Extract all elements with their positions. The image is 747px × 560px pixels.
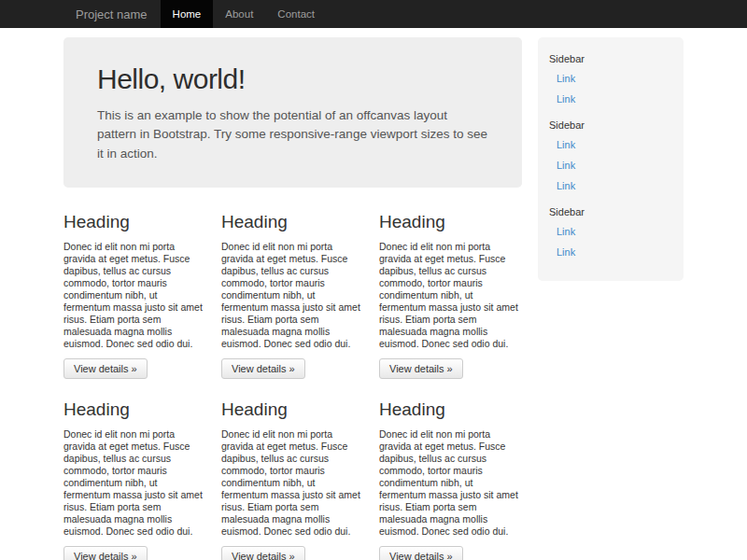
sidebar-link[interactable]: Link (538, 68, 684, 89)
sidebar-heading: Sidebar (538, 115, 684, 134)
card-body-text: Donec id elit non mi porta gravida at eg… (63, 428, 206, 538)
jumbotron-text: This is an example to show the potential… (97, 106, 488, 163)
nav-item-contact[interactable]: Contact (265, 0, 327, 28)
card-heading: Heading (221, 212, 364, 232)
main-content: Hello, world! This is an example to show… (63, 37, 522, 560)
view-details-button[interactable]: View details » (379, 358, 463, 379)
card-heading: Heading (379, 212, 522, 232)
card-heading: Heading (221, 399, 364, 420)
sidebar-link[interactable]: Link (538, 221, 684, 242)
card-heading: Heading (63, 212, 206, 232)
card-heading: Heading (379, 399, 522, 420)
content-card: Heading Donec id elit non mi porta gravi… (221, 394, 364, 560)
content-card: Heading Donec id elit non mi porta gravi… (379, 394, 522, 560)
sidebar-heading: Sidebar (538, 202, 684, 221)
jumbotron: Hello, world! This is an example to show… (63, 37, 522, 188)
card-body-text: Donec id elit non mi porta gravida at eg… (221, 428, 364, 538)
nav-item-about[interactable]: About (213, 0, 265, 28)
card-body-text: Donec id elit non mi porta gravida at eg… (221, 241, 364, 350)
card-body-text: Donec id elit non mi porta gravida at eg… (379, 241, 522, 350)
sidebar-link[interactable]: Link (538, 242, 684, 262)
sidebar-link[interactable]: Link (538, 89, 684, 109)
nav-item-home[interactable]: Home (161, 0, 214, 28)
card-body-text: Donec id elit non mi porta gravida at eg… (379, 428, 522, 538)
view-details-button[interactable]: View details » (221, 546, 305, 560)
view-details-button[interactable]: View details » (379, 546, 463, 560)
sidebar-group-2: Sidebar Link Link Link (538, 115, 684, 196)
sidebar-link[interactable]: Link (538, 134, 684, 155)
content-card: Heading Donec id elit non mi porta gravi… (379, 206, 522, 379)
page-title: Hello, world! (97, 63, 488, 95)
view-details-button[interactable]: View details » (221, 358, 305, 379)
top-navbar: Project name Home About Contact (0, 0, 747, 28)
sidebar-group-1: Sidebar Link Link (538, 49, 684, 109)
card-body-text: Donec id elit non mi porta gravida at eg… (63, 241, 206, 350)
sidebar-link[interactable]: Link (538, 155, 684, 175)
sidebar-group-3: Sidebar Link Link (538, 202, 684, 262)
cards-row-1: Heading Donec id elit non mi porta gravi… (63, 206, 522, 379)
view-details-button[interactable]: View details » (63, 358, 148, 379)
sidebar: Sidebar Link Link Sidebar Link Link Link… (538, 37, 684, 281)
content-card: Heading Donec id elit non mi porta gravi… (221, 206, 364, 379)
sidebar-link[interactable]: Link (538, 175, 684, 196)
content-card: Heading Donec id elit non mi porta gravi… (63, 394, 206, 560)
sidebar-heading: Sidebar (538, 49, 684, 68)
cards-row-2: Heading Donec id elit non mi porta gravi… (63, 394, 522, 560)
content-card: Heading Donec id elit non mi porta gravi… (63, 206, 206, 379)
card-heading: Heading (63, 399, 206, 420)
view-details-button[interactable]: View details » (63, 546, 148, 560)
brand-title[interactable]: Project name (63, 0, 161, 28)
